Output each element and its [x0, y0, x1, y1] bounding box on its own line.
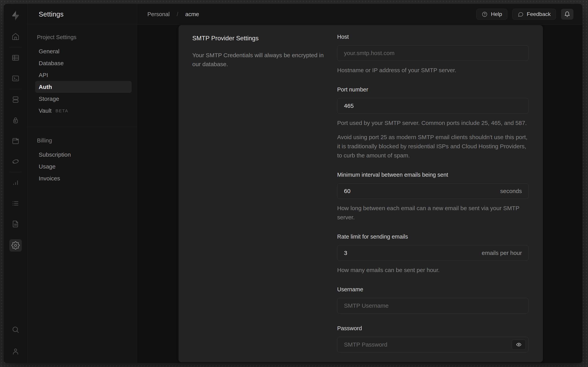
- sql-editor-icon[interactable]: [9, 73, 22, 84]
- field-minimum-interval: Minimum interval between emails being se…: [337, 171, 529, 222]
- logs-icon[interactable]: [9, 198, 22, 209]
- rail-divider: [9, 172, 22, 172]
- feedback-button[interactable]: Feedback: [512, 9, 556, 20]
- password-input-wrap: [337, 337, 529, 352]
- eye-icon: [516, 342, 522, 348]
- minimum-interval-input-wrap: seconds: [337, 183, 529, 199]
- sidebar-item-database[interactable]: Database: [35, 57, 132, 69]
- rate-limit-help: How many emails can be sent per hour.: [337, 266, 529, 275]
- breadcrumb-org[interactable]: Personal: [147, 11, 169, 17]
- username-input[interactable]: [337, 298, 529, 314]
- feedback-button-label: Feedback: [527, 11, 551, 17]
- bell-icon: [564, 11, 570, 17]
- reports-icon[interactable]: [9, 177, 22, 188]
- port-input-wrap: [337, 98, 529, 114]
- breadcrumb-separator: /: [177, 11, 178, 17]
- sidebar-item-usage[interactable]: Usage: [35, 160, 132, 172]
- menu-group-billing: Billing Subscription Usage Invoices: [28, 127, 137, 194]
- password-input[interactable]: [337, 337, 529, 352]
- rail-bottom: [9, 324, 22, 363]
- sidebar-header: Settings: [28, 4, 137, 25]
- settings-icon[interactable]: [9, 239, 22, 252]
- username-label: Username: [337, 286, 529, 293]
- sidebar-item-vault[interactable]: Vault BETA: [35, 105, 132, 117]
- edge-functions-icon[interactable]: [9, 156, 22, 167]
- username-input-wrap: [337, 298, 529, 314]
- host-help: Hostname or IP address of your SMTP serv…: [337, 66, 529, 75]
- rail-nav: [9, 31, 22, 260]
- host-input-wrap: [337, 45, 529, 61]
- panel-description: Your SMTP Credentials will always be enc…: [192, 51, 324, 69]
- sidebar-item-general[interactable]: General: [35, 45, 132, 57]
- field-rate-limit: Rate limit for sending emails emails per…: [337, 233, 529, 275]
- sidebar-body: Project Settings General Database API Au…: [28, 25, 137, 194]
- main-area: Personal / acme Help Feedback: [137, 4, 582, 363]
- field-username: Username: [337, 286, 529, 314]
- database-icon[interactable]: [9, 94, 22, 105]
- content-area: SMTP Provider Settings Your SMTP Credent…: [137, 25, 582, 363]
- panel-title: SMTP Provider Settings: [192, 34, 324, 42]
- sidebar-item-label: Vault: [39, 108, 52, 114]
- breadcrumb: Personal / acme: [147, 11, 199, 17]
- host-label: Host: [337, 33, 529, 40]
- sidebar-item-invoices[interactable]: Invoices: [35, 172, 132, 184]
- field-password: Password: [337, 325, 529, 352]
- auth-icon[interactable]: [9, 115, 22, 126]
- field-port: Port number Port used by your SMTP serve…: [337, 86, 529, 160]
- app-window: Settings Project Settings General Databa…: [4, 4, 582, 363]
- sidebar-item-subscription[interactable]: Subscription: [35, 149, 132, 160]
- minimum-interval-help: How long between each email can a new em…: [337, 204, 529, 222]
- field-host: Host Hostname or IP address of your SMTP…: [337, 33, 529, 75]
- host-input[interactable]: [337, 45, 529, 61]
- minimum-interval-label: Minimum interval between emails being se…: [337, 171, 529, 178]
- help-button[interactable]: Help: [476, 9, 507, 20]
- port-help-2: Avoid using port 25 as modern SMTP email…: [337, 133, 529, 160]
- home-icon[interactable]: [9, 31, 22, 42]
- password-label: Password: [337, 325, 529, 332]
- docs-icon[interactable]: [9, 218, 22, 229]
- sidebar-item-storage[interactable]: Storage: [35, 93, 132, 105]
- chat-bubble-icon: [518, 11, 524, 17]
- user-icon[interactable]: [9, 346, 22, 357]
- port-label: Port number: [337, 86, 529, 93]
- icon-rail: [4, 4, 28, 363]
- page-title: Settings: [39, 10, 64, 18]
- menu-heading-project-settings: Project Settings: [37, 33, 132, 42]
- menu-group-project-settings: Project Settings General Database API Au…: [28, 25, 137, 127]
- table-editor-icon[interactable]: [9, 52, 22, 63]
- search-icon[interactable]: [9, 324, 22, 335]
- rail-divider: [9, 47, 22, 47]
- settings-sidebar: Settings Project Settings General Databa…: [28, 4, 137, 363]
- beta-badge: BETA: [56, 108, 68, 113]
- port-input[interactable]: [337, 98, 529, 114]
- panel-form-column: Host Hostname or IP address of your SMTP…: [337, 25, 543, 362]
- rate-limit-label: Rate limit for sending emails: [337, 233, 529, 240]
- sidebar-item-auth[interactable]: Auth: [35, 81, 132, 93]
- toggle-password-visibility-button[interactable]: [512, 340, 526, 350]
- sidebar-item-api[interactable]: API: [35, 69, 132, 81]
- menu-heading-billing: Billing: [37, 136, 132, 145]
- minimum-interval-input[interactable]: [337, 183, 529, 199]
- breadcrumb-project[interactable]: acme: [185, 11, 199, 17]
- rate-limit-input[interactable]: [337, 245, 529, 261]
- rate-limit-input-wrap: emails per hour: [337, 245, 529, 261]
- help-circle-icon: [482, 11, 488, 17]
- rail-divider: [9, 89, 22, 89]
- notifications-button[interactable]: [561, 9, 573, 20]
- supabase-logo-icon[interactable]: [10, 10, 21, 21]
- port-help-1: Port used by your SMTP server. Common po…: [337, 118, 529, 127]
- panel-description-column: SMTP Provider Settings Your SMTP Credent…: [178, 25, 337, 362]
- top-actions: Help Feedback: [476, 9, 573, 20]
- help-button-label: Help: [491, 11, 502, 17]
- top-bar: Personal / acme Help Feedback: [137, 4, 582, 25]
- smtp-settings-panel: SMTP Provider Settings Your SMTP Credent…: [178, 25, 543, 362]
- storage-icon[interactable]: [9, 135, 22, 146]
